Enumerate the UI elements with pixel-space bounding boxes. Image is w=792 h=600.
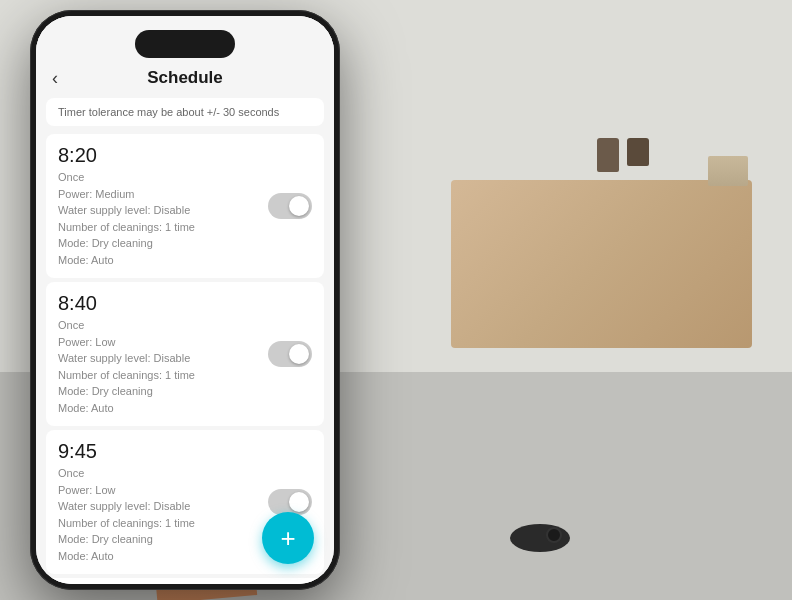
phone-wrapper: ‹ Schedule Timer tolerance may be about …	[30, 10, 340, 590]
schedule-detail-1: Once Power: Low Water supply level: Disa…	[58, 317, 312, 416]
phone-notch	[135, 30, 235, 58]
jar-2	[627, 138, 649, 166]
app-content: ‹ Schedule Timer tolerance may be about …	[36, 16, 334, 584]
plus-icon: +	[280, 525, 295, 551]
towels-decoration	[708, 156, 748, 186]
phone-device: ‹ Schedule Timer tolerance may be about …	[30, 10, 340, 590]
add-schedule-button[interactable]: +	[262, 512, 314, 564]
cabinet-main	[451, 180, 752, 348]
timer-notice: Timer tolerance may be about +/- 30 seco…	[46, 98, 324, 126]
toggle-0[interactable]	[268, 193, 312, 219]
toggle-1[interactable]	[268, 341, 312, 367]
schedule-item-1[interactable]: 8:40 Once Power: Low Water supply level:…	[46, 282, 324, 426]
robot-vacuum	[510, 524, 570, 552]
back-button[interactable]: ‹	[52, 68, 58, 89]
schedule-detail-0: Once Power: Medium Water supply level: D…	[58, 169, 312, 268]
jars-decoration	[597, 138, 649, 172]
schedule-item-0[interactable]: 8:20 Once Power: Medium Water supply lev…	[46, 134, 324, 278]
schedule-time-2: 9:45	[58, 440, 312, 463]
schedule-time-1: 8:40	[58, 292, 312, 315]
schedule-time-0: 8:20	[58, 144, 312, 167]
page-title: Schedule	[147, 68, 223, 88]
schedule-item-3[interactable]: 16:20 Once Power: Disable Water supply l…	[46, 578, 324, 584]
jar-1	[597, 138, 619, 172]
phone-screen: ‹ Schedule Timer tolerance may be about …	[36, 16, 334, 584]
